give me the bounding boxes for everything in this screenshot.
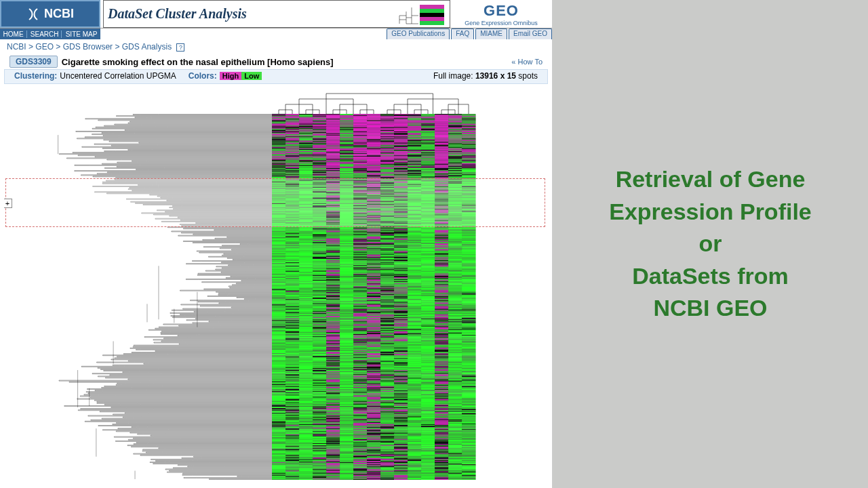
- clustering-label: Clustering:: [14, 71, 57, 81]
- dataset-title: Cigarette smoking effect on the nasal ep…: [62, 57, 334, 67]
- tab-faq[interactable]: FAQ: [451, 28, 474, 39]
- colors-label: Colors:: [189, 71, 217, 81]
- svg-rect-2: [420, 13, 444, 17]
- ncbi-nav: HOME SEARCH SITE MAP: [0, 28, 100, 39]
- svg-rect-8838: [380, 479, 395, 480]
- page-banner-title: DataSet Cluster Analysis: [103, 0, 450, 28]
- gds-id-badge[interactable]: GDS3309: [9, 56, 58, 68]
- crumb-geo[interactable]: GEO: [35, 42, 54, 52]
- mini-heatmap-icon: [398, 3, 446, 26]
- svg-rect-1: [420, 9, 444, 13]
- geo-logo-sub: Gene Expression Omnibus: [465, 20, 538, 26]
- breadcrumb: NCBI > GEO > GDS Browser > GDS Analysis …: [0, 39, 552, 54]
- svg-rect-8832: [299, 479, 313, 480]
- ncbi-text: NCBI: [44, 7, 74, 21]
- svg-rect-3: [420, 17, 444, 21]
- tab-email-geo[interactable]: Email GEO: [509, 28, 552, 39]
- ncbi-helix-icon: [26, 7, 40, 21]
- cluster-title-text: DataSet Cluster Analysis: [108, 6, 247, 22]
- svg-rect-8840: [408, 479, 422, 480]
- geo-logo[interactable]: GEO Gene Expression Omnibus: [450, 0, 552, 28]
- slide-caption-panel: Retrieval of Gene Expression Profile or …: [553, 0, 868, 488]
- cluster-heatmap-svg: [4, 87, 547, 480]
- ncbi-logo[interactable]: NCBI: [0, 0, 100, 28]
- nav-row: HOME SEARCH SITE MAP GEO Publications FA…: [0, 28, 552, 39]
- svg-rect-8834: [326, 479, 340, 480]
- color-high-chip: High: [220, 72, 241, 80]
- svg-rect-8835: [340, 479, 354, 480]
- svg-rect-8830: [272, 479, 286, 480]
- crumb-gds-browser[interactable]: GDS Browser: [63, 42, 113, 52]
- crumb-ncbi[interactable]: NCBI: [7, 42, 26, 52]
- slide-caption: Retrieval of Gene Expression Profile or …: [609, 163, 812, 325]
- full-image-info: Full image: 13916 x 15 spots: [433, 71, 538, 81]
- cluster-info-bar: Clustering: Uncentered Correlation UPGMA…: [4, 69, 548, 84]
- color-low-chip: Low: [241, 72, 262, 80]
- tab-geo-publications[interactable]: GEO Publications: [387, 28, 450, 39]
- crumb-gds-analysis[interactable]: GDS Analysis: [122, 42, 172, 52]
- geo-tabs: GEO Publications FAQ MIAME Email GEO: [385, 28, 552, 39]
- svg-rect-8833: [313, 479, 327, 480]
- svg-rect-8843: [448, 479, 462, 480]
- geo-cluster-page: NCBI DataSet Cluster Analysis GEO Gene E…: [0, 0, 553, 488]
- nav-home[interactable]: HOME: [1, 30, 27, 38]
- svg-rect-8837: [367, 479, 381, 480]
- svg-rect-8839: [394, 479, 408, 480]
- svg-rect-4: [420, 21, 444, 25]
- svg-rect-8831: [285, 479, 300, 480]
- help-icon[interactable]: ?: [176, 43, 184, 52]
- dataset-title-row: GDS3309 Cigarette smoking effect on the …: [0, 54, 552, 69]
- howto-link[interactable]: « How To: [511, 58, 542, 66]
- nav-sitemap[interactable]: SITE MAP: [63, 30, 100, 38]
- expand-selection-button[interactable]: +: [4, 199, 12, 208]
- nav-search[interactable]: SEARCH: [28, 30, 62, 38]
- tab-miame[interactable]: MIAME: [475, 28, 507, 39]
- svg-rect-8836: [353, 479, 368, 480]
- top-banner: NCBI DataSet Cluster Analysis GEO Gene E…: [0, 0, 552, 28]
- svg-rect-8841: [421, 479, 435, 480]
- cluster-heatmap-area[interactable]: +: [4, 87, 548, 484]
- svg-rect-8844: [462, 479, 476, 480]
- svg-rect-8842: [435, 479, 449, 480]
- geo-logo-main: GEO: [484, 2, 519, 20]
- clustering-value: Uncentered Correlation UPGMA: [60, 71, 176, 81]
- svg-rect-0: [420, 5, 444, 9]
